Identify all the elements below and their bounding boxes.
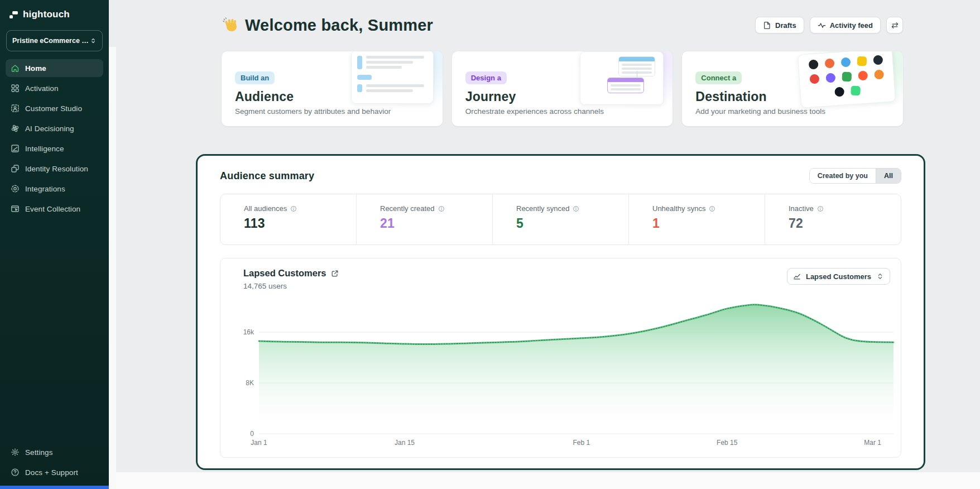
sidebar-item-customer-studio[interactable]: Customer Studio bbox=[6, 99, 103, 117]
chart-select-value: Lapsed Customers bbox=[806, 272, 871, 281]
audience-summary-panel: Audience summary Created by youAll All a… bbox=[196, 154, 925, 470]
sidebar-item-label: Event Collection bbox=[25, 205, 80, 213]
chart-subtitle: 14,765 users bbox=[243, 282, 339, 290]
stat-label: Recently synced bbox=[516, 204, 569, 213]
y-axis-label: 0 bbox=[250, 430, 254, 438]
card-destination[interactable]: Connect aDestinationAdd your marketing a… bbox=[682, 51, 903, 126]
info-icon[interactable] bbox=[709, 205, 715, 212]
brand[interactable]: hightouch bbox=[0, 0, 109, 27]
sidebar-spacer bbox=[0, 218, 109, 443]
card-badge: Design a bbox=[465, 71, 507, 84]
stat-recently-created: Recently created21 bbox=[356, 194, 492, 244]
filter-all[interactable]: All bbox=[876, 169, 901, 183]
page-title: Welcome back, Summer bbox=[222, 16, 433, 35]
content-left-rail bbox=[109, 47, 116, 489]
top-actions: Drafts Activity feed bbox=[755, 17, 903, 33]
activity-feed-label: Activity feed bbox=[830, 21, 873, 30]
card-badge: Connect a bbox=[695, 71, 742, 84]
card-description: Add your marketing and business tools bbox=[695, 107, 890, 116]
stat-label: All audiences bbox=[244, 204, 287, 213]
sidebar-item-label: Customer Studio bbox=[25, 104, 82, 113]
sidebar-item-label: Settings bbox=[25, 448, 53, 457]
x-axis-label: Jan 15 bbox=[395, 439, 415, 447]
x-axis-label: Jan 1 bbox=[251, 439, 267, 447]
sidebar-item-identity-resolution[interactable]: Identity Resolution bbox=[6, 160, 103, 178]
info-icon[interactable] bbox=[573, 205, 579, 212]
external-link-icon[interactable] bbox=[331, 270, 339, 277]
stats-row: All audiences113Recently created21Recent… bbox=[220, 194, 901, 245]
panel-title: Audience summary bbox=[220, 170, 314, 182]
filter-created-by-you[interactable]: Created by you bbox=[810, 169, 876, 183]
app-root: hightouch Pristine eCommerce De… HomeAct… bbox=[0, 0, 980, 489]
workspace-name: Pristine eCommerce De… bbox=[12, 37, 90, 45]
sidebar-item-docs-support[interactable]: Docs + Support bbox=[6, 463, 103, 481]
sidebar-item-activation[interactable]: Activation bbox=[6, 79, 103, 97]
audience-illustration bbox=[351, 54, 434, 104]
y-axis-label: 8K bbox=[246, 379, 254, 387]
sidebar-nav: HomeActivationCustomer StudioAI Decision… bbox=[0, 59, 109, 218]
settings-icon bbox=[11, 448, 20, 457]
ai-decisioning-icon bbox=[11, 124, 20, 133]
info-icon[interactable] bbox=[817, 205, 824, 212]
area-series-fill bbox=[259, 305, 893, 434]
main-content: Welcome back, Summer Drafts Activity fee… bbox=[109, 0, 980, 489]
event-collection-icon bbox=[11, 204, 20, 213]
stat-inactive: Inactive72 bbox=[765, 194, 901, 244]
stat-value: 5 bbox=[516, 216, 628, 231]
quick-start-cards: Build anAudienceSegment customers by att… bbox=[222, 51, 903, 126]
stat-label: Unhealthy syncs bbox=[652, 204, 705, 213]
panel-head: Audience summary Created by youAll bbox=[220, 168, 901, 184]
workspace-selector[interactable]: Pristine eCommerce De… bbox=[6, 30, 103, 51]
sidebar-item-ai-decisioning[interactable]: AI Decisioning bbox=[6, 119, 103, 137]
hightouch-logo-icon bbox=[9, 10, 18, 20]
line-chart-icon bbox=[793, 272, 801, 280]
card-journey[interactable]: Design aJourneyOrchestrate experiences a… bbox=[452, 51, 673, 126]
switch-view-button[interactable] bbox=[886, 17, 903, 33]
info-icon[interactable] bbox=[438, 205, 445, 212]
sidebar-item-home[interactable]: Home bbox=[6, 59, 103, 77]
sidebar-item-integrations[interactable]: Integrations bbox=[6, 180, 103, 198]
sidebar-item-label: Identity Resolution bbox=[25, 165, 88, 173]
card-description: Orchestrate experiences across channels bbox=[465, 107, 660, 116]
x-axis-label: Feb 15 bbox=[717, 439, 738, 447]
integrations-icon bbox=[11, 184, 20, 193]
sidebar-item-intelligence[interactable]: Intelligence bbox=[6, 140, 103, 157]
stat-label-row: All audiences bbox=[244, 204, 356, 213]
stat-label: Recently created bbox=[380, 204, 435, 213]
chart-metric-select[interactable]: Lapsed Customers bbox=[787, 268, 890, 285]
intelligence-icon bbox=[11, 144, 20, 153]
stat-value: 113 bbox=[244, 216, 356, 231]
journey-illustration bbox=[580, 54, 664, 105]
waving-hand-emoji bbox=[222, 16, 239, 34]
activity-feed-button[interactable]: Activity feed bbox=[810, 17, 881, 33]
card-audience[interactable]: Build anAudienceSegment customers by att… bbox=[222, 51, 443, 126]
stat-all-audiences: All audiences113 bbox=[220, 194, 356, 244]
sidebar-item-settings[interactable]: Settings bbox=[6, 443, 103, 461]
content-bottom-band bbox=[116, 472, 980, 489]
greeting-text: Welcome back, Summer bbox=[245, 16, 433, 35]
summary-filter-toggle: Created by youAll bbox=[809, 168, 901, 184]
stat-label-row: Recently synced bbox=[516, 204, 628, 213]
sidebar-item-label: Activation bbox=[25, 84, 59, 93]
stat-label-row: Recently created bbox=[380, 204, 492, 213]
area-chart: 08K16kJan 1Jan 15Feb 1Feb 15Mar 1 bbox=[220, 298, 901, 451]
x-axis-label: Feb 1 bbox=[573, 439, 590, 447]
chart-card: Lapsed Customers 14,765 users Lapsed Cus… bbox=[220, 258, 901, 458]
stat-value: 21 bbox=[380, 216, 492, 231]
stat-unhealthy-syncs: Unhealthy syncs1 bbox=[628, 194, 765, 244]
info-icon[interactable] bbox=[290, 205, 297, 212]
stat-label-row: Unhealthy syncs bbox=[652, 204, 765, 213]
sidebar-item-event-collection[interactable]: Event Collection bbox=[6, 200, 103, 218]
docs-support-icon bbox=[11, 468, 20, 477]
card-description: Segment customers by attributes and beha… bbox=[235, 107, 429, 116]
y-axis-label: 16k bbox=[243, 328, 254, 336]
stat-label: Inactive bbox=[789, 204, 814, 213]
drafts-label: Drafts bbox=[775, 21, 796, 30]
chevron-updown-icon bbox=[90, 37, 97, 44]
card-badge: Build an bbox=[235, 71, 275, 84]
document-icon bbox=[763, 21, 771, 30]
sidebar-footer-nav: SettingsDocs + Support bbox=[0, 443, 109, 489]
drafts-button[interactable]: Drafts bbox=[755, 17, 804, 33]
chart-head: Lapsed Customers 14,765 users Lapsed Cus… bbox=[220, 258, 901, 290]
sidebar-item-label: Intelligence bbox=[25, 145, 64, 153]
